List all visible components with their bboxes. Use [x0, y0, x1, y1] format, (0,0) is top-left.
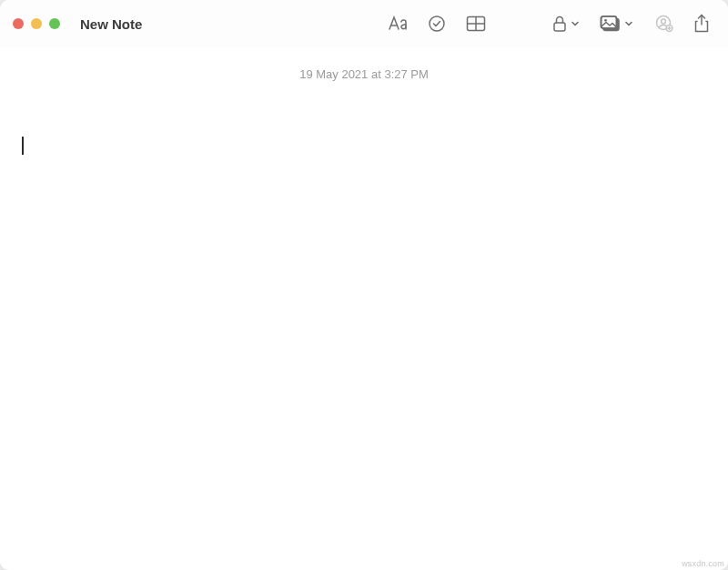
watermark: wsxdn.com	[682, 559, 724, 568]
checklist-button[interactable]	[428, 15, 446, 33]
table-icon	[466, 15, 486, 32]
checklist-icon	[428, 15, 446, 33]
svg-rect-6	[602, 16, 617, 28]
media-icon	[600, 15, 622, 33]
notes-window: New Note	[0, 0, 728, 570]
titlebar: New Note	[0, 0, 728, 47]
toolbar	[388, 14, 715, 34]
collaborate-icon	[653, 15, 673, 33]
note-timestamp: 19 May 2021 at 3:27 PM	[20, 67, 708, 81]
maximize-button[interactable]	[49, 18, 60, 29]
chevron-down-icon	[571, 19, 580, 28]
svg-rect-4	[554, 23, 565, 31]
svg-point-8	[604, 19, 607, 22]
window-controls	[13, 18, 60, 29]
lock-button[interactable]	[551, 15, 580, 33]
svg-point-10	[662, 19, 666, 24]
format-icon	[388, 15, 408, 32]
svg-point-0	[430, 16, 444, 31]
share-icon	[693, 14, 710, 34]
window-title: New Note	[80, 16, 142, 32]
media-button[interactable]	[600, 15, 633, 33]
text-cursor	[22, 137, 24, 155]
close-button[interactable]	[13, 18, 24, 29]
collaborate-button[interactable]	[653, 15, 673, 33]
format-button[interactable]	[388, 15, 408, 32]
chevron-down-icon	[624, 19, 633, 28]
note-editor[interactable]: 19 May 2021 at 3:27 PM	[0, 47, 728, 570]
minimize-button[interactable]	[31, 18, 42, 29]
table-button[interactable]	[466, 15, 486, 32]
share-button[interactable]	[693, 14, 710, 34]
lock-icon	[551, 15, 568, 33]
